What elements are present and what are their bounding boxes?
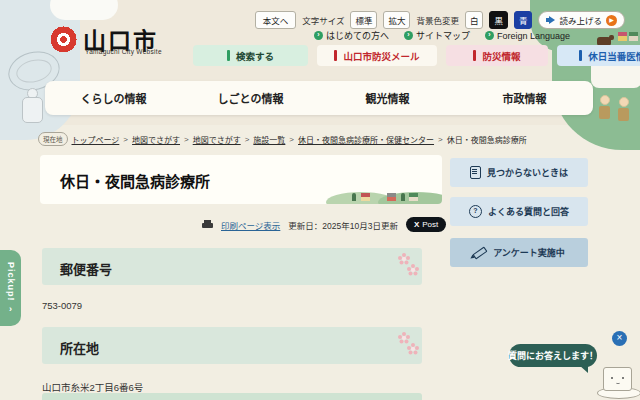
flower-icon	[411, 268, 415, 272]
house-illustration	[409, 193, 418, 201]
section-header-address: 所在地	[42, 327, 422, 364]
button-label: 防災情報	[482, 49, 520, 63]
skip-to-content-button[interactable]: 本文へ	[255, 11, 297, 29]
sketch-doodle	[22, 97, 43, 123]
chat-bubble[interactable]: 質問にお答えします！	[509, 344, 597, 367]
bg-color-label: 背景色変更	[416, 14, 459, 26]
search-button[interactable]: 検索する	[193, 45, 308, 66]
chat-close-button[interactable]: ×	[612, 331, 627, 346]
breadcrumb-link-clinic-center[interactable]: 休日・夜間急病診療所・保健センター	[298, 134, 434, 145]
chatbot-mascot[interactable]	[603, 367, 632, 391]
pickup-tab[interactable]: Pickup! ›	[0, 250, 21, 326]
city-logo-icon	[50, 26, 77, 53]
read-aloud-label: 読み上げる	[559, 14, 602, 26]
button-label: 休日当番医情報	[588, 49, 640, 63]
chevron-circle-icon: ›	[314, 31, 323, 40]
font-standard-button[interactable]: 標準	[350, 11, 377, 29]
section-heading: 郵便番号	[60, 259, 112, 278]
house-illustration	[361, 193, 370, 201]
house-illustration	[629, 32, 638, 41]
breadcrumb-link-facility-list[interactable]: 施設一覧	[253, 134, 285, 145]
breadcrumb-current-page: 休日・夜間急病診療所	[447, 134, 527, 145]
current-location-badge: 現在地	[38, 132, 68, 146]
section-heading: 所在地	[60, 338, 99, 357]
print-page-link[interactable]: 印刷ページ表示	[221, 219, 280, 231]
printer-icon	[202, 220, 213, 230]
accent-bar	[579, 50, 582, 61]
sidebar-item-faq[interactable]: ? よくある質問と回答	[450, 197, 588, 226]
header-action-buttons: 検索する 山口市防災メール 防災情報 休日当番医情報	[193, 45, 640, 66]
breadcrumb-link-map-search[interactable]: 地図でさがす	[132, 134, 180, 145]
button-label: 検索する	[236, 49, 274, 63]
updated-date: 更新日：2025年10月3日更新	[288, 219, 398, 231]
speaker-icon	[546, 16, 555, 24]
sidebar-item-not-found[interactable]: 見つからないときは	[450, 158, 588, 187]
link-label: Foreign Language	[497, 31, 570, 41]
address-value: 山口市糸米2丁目6番6号	[42, 380, 143, 394]
question-bubble-icon: ?	[469, 205, 482, 218]
sidebar-item-label: アンケート実施中	[493, 246, 565, 259]
breadcrumb-link-map-search-2[interactable]: 地図でさがす	[193, 134, 241, 145]
chevron-circle-icon: ›	[485, 31, 494, 40]
link-label: はじめての方へ	[326, 29, 389, 42]
flower-icon	[411, 347, 415, 351]
breadcrumb-separator: >	[289, 135, 294, 144]
quick-links: › はじめての方へ › サイトマップ › Foreign Language	[314, 29, 570, 42]
font-size-label: 文字サイズ	[302, 14, 344, 26]
flower-icon	[402, 336, 406, 340]
pencil-icon	[473, 246, 488, 259]
page-meta-row: 印刷ページ表示 更新日：2025年10月3日更新 X Post	[202, 217, 446, 232]
chat-message: 質問にお答えします！	[508, 349, 598, 362]
x-logo-icon: X	[414, 220, 419, 229]
bg-black-button[interactable]: 黒	[489, 11, 508, 29]
pickup-label: Pickup!	[6, 262, 16, 302]
site-logo-subtitle: Yamaguchi City Website	[85, 48, 162, 55]
sidebar-item-label: 見つからないときは	[487, 166, 568, 179]
house-illustration	[387, 193, 396, 201]
font-large-button[interactable]: 拡大	[383, 11, 410, 29]
cloud-decoration	[50, 0, 118, 20]
postal-code-value: 753-0079	[42, 300, 82, 311]
sidebar-item-survey[interactable]: アンケート実施中	[450, 238, 588, 267]
link-foreign-language[interactable]: › Foreign Language	[485, 31, 570, 41]
section-header-postal-code: 郵便番号	[42, 248, 422, 285]
utility-bar: 本文へ 文字サイズ 標準 拡大 背景色変更 白 黒 青 読み上げる ▶	[255, 11, 625, 29]
tree-illustration	[401, 193, 405, 201]
global-navigation: くらしの情報 しごとの情報 観光情報 市政情報	[45, 81, 593, 115]
holiday-doctor-button[interactable]: 休日当番医情報	[557, 45, 640, 66]
breadcrumb-separator: >	[438, 135, 443, 144]
x-post-button[interactable]: X Post	[406, 217, 446, 232]
post-label: Post	[422, 220, 438, 229]
nav-city-gov-info[interactable]: 市政情報	[456, 90, 593, 106]
next-section-header-partial	[42, 393, 422, 400]
tree-illustration	[352, 193, 356, 201]
sidebar-item-label: よくある質問と回答	[488, 205, 569, 218]
disaster-info-button[interactable]: 防災情報	[446, 45, 548, 66]
link-first-time[interactable]: › はじめての方へ	[314, 29, 389, 42]
bg-white-button[interactable]: 白	[465, 11, 484, 29]
link-label: サイトマップ	[416, 29, 470, 42]
house-illustration	[618, 32, 627, 41]
breadcrumb-separator: >	[184, 135, 189, 144]
button-label: 山口市防災メール	[343, 49, 419, 63]
breadcrumb: 現在地 トップページ > 地図でさがす > 地図でさがす > 施設一覧 > 休日…	[38, 132, 527, 146]
accent-bar	[227, 50, 230, 61]
link-sitemap[interactable]: › サイトマップ	[404, 29, 470, 42]
flower-icon	[402, 257, 406, 261]
page-title-card: 休日・夜間急病診療所	[40, 155, 442, 204]
farmer-illustration	[597, 95, 612, 121]
bg-blue-button[interactable]: 青	[514, 11, 533, 29]
accent-bar	[334, 50, 337, 61]
chevron-circle-icon: ›	[404, 31, 413, 40]
read-aloud-button[interactable]: 読み上げる ▶	[538, 11, 625, 29]
breadcrumb-link-home[interactable]: トップページ	[72, 134, 120, 145]
nav-tourism-info[interactable]: 観光情報	[319, 90, 456, 106]
nav-business-info[interactable]: しごとの情報	[182, 90, 319, 106]
chevron-right-icon: ›	[9, 304, 12, 314]
disaster-mail-button[interactable]: 山口市防災メール	[317, 45, 437, 66]
farmer-illustration	[616, 97, 631, 123]
breadcrumb-separator: >	[245, 135, 250, 144]
play-icon[interactable]: ▶	[606, 15, 617, 26]
document-search-icon	[470, 166, 481, 179]
nav-living-info[interactable]: くらしの情報	[45, 90, 182, 106]
